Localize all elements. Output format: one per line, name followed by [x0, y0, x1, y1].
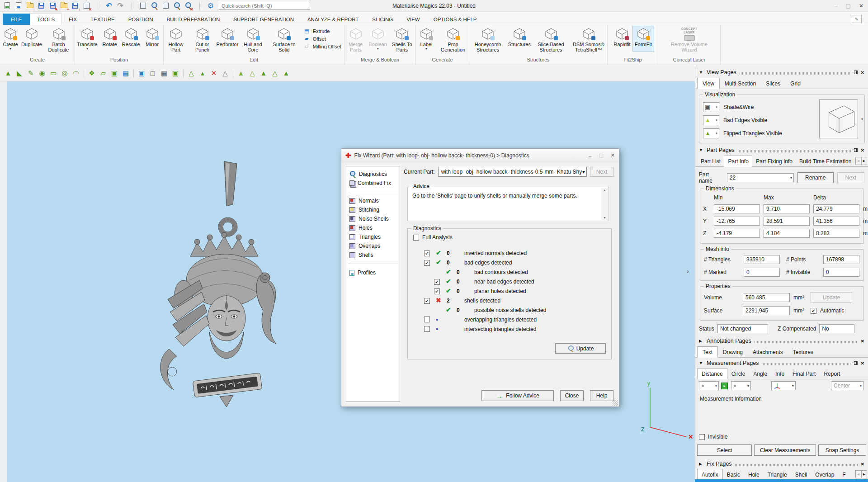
view-part-icon[interactable] — [161, 1, 170, 10]
view-pages-header[interactable]: ▼ View Pages ✕ — [695, 68, 868, 77]
separator[interactable] — [93, 1, 102, 10]
tab[interactable]: Overlap — [811, 469, 838, 480]
select-triangles-tool-icon[interactable]: ▲ — [3, 68, 14, 79]
grow-selection-tool-icon[interactable]: △ — [186, 68, 197, 79]
tab[interactable]: Drawing — [718, 347, 748, 357]
invisible-field[interactable]: 0 — [823, 268, 859, 277]
prop-generation-button[interactable]: Prop Generation — [437, 26, 469, 57]
volume-field[interactable]: 560.485 — [743, 293, 790, 302]
duplicate-button[interactable]: Duplicate — [21, 26, 42, 51]
diagnostic-checkbox[interactable] — [434, 288, 440, 294]
zoom-box-icon[interactable] — [150, 1, 159, 10]
annotation-pages-header[interactable]: ▶ Annotation Pages ✕ — [695, 336, 868, 345]
invisible-checkbox[interactable] — [699, 434, 705, 440]
dim-min-field[interactable]: -12.765 — [714, 217, 760, 226]
maximize-button[interactable] — [846, 3, 851, 9]
free-curve-tool-icon[interactable]: ◠ — [71, 68, 81, 79]
dialog-maximize-button[interactable] — [599, 152, 603, 158]
select-plane-tool-icon[interactable]: ▱ — [98, 68, 108, 79]
menu-tools[interactable]: TOOLS — [30, 13, 62, 25]
tab[interactable]: Basic — [723, 469, 744, 480]
rotate-button[interactable]: Rotate — [99, 26, 120, 51]
tab[interactable]: Autofix — [697, 469, 723, 480]
tab[interactable]: Triangle — [764, 469, 791, 480]
update-properties-button[interactable]: Update — [811, 292, 852, 302]
tab[interactable]: Attachments — [748, 347, 788, 357]
view-default-cube-icon[interactable]: ▣ — [136, 68, 147, 79]
settings-icon[interactable] — [206, 1, 215, 10]
zoom-in-icon[interactable] — [172, 1, 181, 10]
batch-duplicate-button[interactable]: Batch Duplicate — [42, 26, 75, 57]
hollow-part-button[interactable]: Hollow Part — [164, 26, 188, 57]
close-panel-icon[interactable]: ✕ — [861, 462, 864, 467]
dialog-minimize-button[interactable] — [589, 153, 591, 158]
point-mode-1-dropdown[interactable] — [699, 381, 719, 390]
wizard-page-item[interactable]: Shells — [346, 250, 400, 260]
translate-button[interactable]: Translate — [75, 26, 99, 51]
view-gray-cube-icon[interactable]: ◻ — [147, 68, 158, 79]
points-field[interactable]: 167898 — [823, 255, 859, 264]
pin-icon[interactable] — [854, 71, 858, 74]
new-document-icon[interactable] — [3, 1, 12, 10]
diagnostic-checkbox[interactable] — [434, 279, 440, 285]
view-cube-preview[interactable] — [819, 99, 858, 138]
separator[interactable] — [231, 68, 235, 79]
open-project-icon[interactable] — [25, 1, 34, 10]
wizard-page-item[interactable]: Normals — [346, 196, 400, 205]
menu-position[interactable]: POSITION — [122, 14, 160, 25]
view-mode-dropdown[interactable]: ▲ — [703, 128, 719, 138]
point-mode-2-dropdown[interactable] — [731, 381, 751, 390]
menu-options-help[interactable]: OPTIONS & HELP — [427, 14, 484, 25]
dim-delta-field[interactable]: 24.779 — [813, 204, 859, 213]
view-mode-dropdown[interactable]: ▲ — [703, 115, 719, 125]
wizard-page-item[interactable]: Stitching — [346, 205, 400, 214]
cut-or-punch-button[interactable]: Cut or Punch — [189, 26, 216, 57]
mirror-button[interactable]: Mirror — [142, 26, 163, 51]
resize-grip[interactable] — [613, 400, 618, 406]
diagnostic-checkbox[interactable] — [424, 317, 430, 322]
diagnostic-checkbox[interactable] — [424, 326, 430, 332]
menu-build-preparation[interactable]: BUILD PREPARATION — [160, 14, 227, 25]
remove-volume-wizard-button[interactable]: CONCEPTLASER Remove Volume Wizard — [663, 26, 716, 53]
view-textured-cube-icon[interactable]: ▦ — [159, 68, 170, 79]
tab[interactable]: Build Time Estimation — [796, 156, 854, 166]
import-part-icon[interactable]: + — [59, 1, 68, 10]
menu-slicing[interactable]: SLICING — [365, 14, 400, 25]
diagnostic-checkbox[interactable] — [424, 260, 430, 266]
snap-settings-button[interactable]: Snap Settings — [818, 444, 866, 456]
next-button[interactable]: Next — [590, 167, 613, 177]
clear-marked-tool-icon[interactable]: ✕ — [208, 68, 219, 79]
collapse-arrow-icon[interactable]: ▼ — [699, 70, 703, 75]
axis-mode-dropdown[interactable] — [771, 381, 796, 390]
expand-marked-tool-icon[interactable]: △ — [269, 68, 280, 79]
flip-marked-tool-icon[interactable]: ▲ — [281, 68, 292, 79]
label-button[interactable]: Label — [416, 26, 437, 51]
tab[interactable]: View — [697, 78, 720, 89]
invert-selection-tool-icon[interactable]: △ — [220, 68, 231, 79]
remove-part-icon[interactable]: ✕ — [82, 1, 91, 10]
slice-based-structures-button[interactable]: Slice Based Structures — [532, 26, 569, 57]
wizard-page-item[interactable]: Profiles — [346, 268, 400, 277]
dim-max-field[interactable]: 4.104 — [764, 229, 810, 238]
tab[interactable]: Multi-Section — [720, 78, 761, 89]
center-mode-dropdown[interactable]: Center — [831, 381, 863, 390]
honeycomb-structures-button[interactable]: Honeycomb Structures — [469, 26, 506, 57]
rapidfit-button[interactable]: Rapidfit — [612, 26, 632, 51]
tab[interactable]: Circle — [727, 369, 750, 379]
update-diagnostics-button[interactable]: Update — [555, 343, 606, 354]
export-part-icon[interactable]: ↑ — [71, 1, 80, 10]
zoom-to-part-icon[interactable] — [138, 1, 147, 10]
scroll-left-icon[interactable] — [855, 157, 861, 165]
merge-parts-button[interactable]: Merge Parts — [344, 26, 367, 57]
close-panel-icon[interactable]: ✕ — [861, 148, 864, 153]
structures-button[interactable]: Structures — [507, 26, 532, 51]
select-box-tool-icon[interactable]: ▦ — [120, 68, 131, 79]
dim-min-field[interactable]: -15.069 — [714, 204, 760, 213]
brush-selection-tool-icon[interactable]: ◎ — [59, 68, 70, 79]
menu-texture[interactable]: TEXTURE — [84, 14, 122, 25]
tab[interactable]: F — [838, 469, 849, 480]
select-shell-tool-icon[interactable]: ❖ — [86, 68, 97, 79]
wizard-page-item[interactable]: Triangles — [346, 232, 400, 241]
part-pages-header[interactable]: ▼ Part Pages ✕ — [695, 146, 868, 155]
next-part-button[interactable]: Next — [837, 172, 864, 183]
